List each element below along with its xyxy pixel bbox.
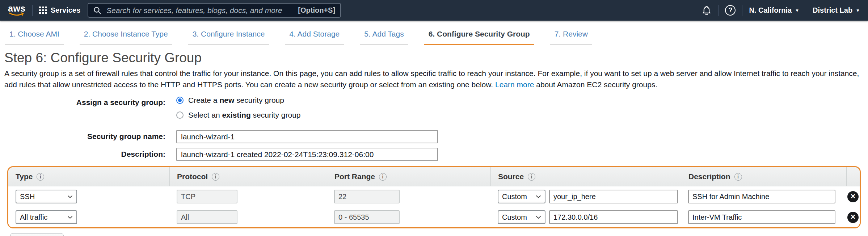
- column-header-port-range: Port Range i: [327, 167, 490, 186]
- radio-existing-label: Select an existing security group: [188, 111, 301, 119]
- help-button[interactable]: ?: [725, 5, 736, 16]
- rule-source-mode-select[interactable]: Custom: [498, 210, 545, 224]
- info-icon[interactable]: i: [37, 173, 44, 181]
- tab-choose-instance-type[interactable]: 2. Choose Instance Type: [80, 30, 172, 45]
- account-label: District Lab: [813, 6, 852, 14]
- tab-configure-security-group[interactable]: 6. Configure Security Group: [424, 30, 534, 45]
- security-group-description-label: Description:: [4, 148, 165, 159]
- info-icon[interactable]: i: [379, 173, 387, 181]
- rule-protocol-field: TCP: [177, 190, 237, 203]
- rule-description-input[interactable]: [688, 210, 835, 224]
- assign-security-group-row: Assign a security group: Create a new se…: [4, 96, 864, 126]
- region-label: N. California: [749, 6, 792, 14]
- radio-selected-icon[interactable]: [176, 97, 184, 104]
- tab-choose-ami[interactable]: 1. Choose AMI: [5, 30, 64, 45]
- security-group-name-label: Security group name:: [4, 130, 165, 141]
- rule-protocol-field: All: [177, 210, 237, 224]
- rule-description-input[interactable]: [688, 190, 835, 203]
- info-icon[interactable]: i: [212, 173, 219, 181]
- security-group-name-input[interactable]: [176, 130, 438, 143]
- rules-table-header: Type i Protocol i Port Range i Source i …: [8, 167, 860, 186]
- delete-rule-button[interactable]: ×: [847, 191, 859, 202]
- aws-logo-text: aws: [8, 4, 26, 12]
- description-lead: A security group is a set of firewall ru…: [4, 69, 859, 89]
- delete-rule-button[interactable]: ×: [847, 212, 859, 223]
- close-icon: ×: [851, 192, 855, 201]
- tab-review[interactable]: 7. Review: [550, 30, 592, 45]
- console-top-bar: aws Services [Option+S] ?: [0, 0, 868, 21]
- rule-port-range-field: 22: [334, 190, 400, 203]
- global-search-box[interactable]: [Option+S]: [88, 3, 341, 18]
- services-grid-icon: [39, 7, 47, 14]
- security-rules-table-highlight: Type i Protocol i Port Range i Source i …: [7, 166, 861, 228]
- radio-unselected-icon[interactable]: [176, 111, 184, 119]
- wizard-step-tabs: 1. Choose AMI 2. Choose Instance Type 3.…: [0, 21, 868, 45]
- topbar-divider: [742, 5, 742, 16]
- search-shortcut-hint: [Option+S]: [298, 6, 335, 14]
- topbar-right-group: ? N. California ▼ District Lab ▼: [701, 5, 860, 16]
- close-icon: ×: [851, 213, 855, 221]
- tab-add-tags[interactable]: 5. Add Tags: [360, 30, 408, 45]
- tab-configure-instance[interactable]: 3. Configure Instance: [188, 30, 269, 45]
- chevron-down-icon: [67, 216, 73, 219]
- column-header-source: Source i: [490, 167, 681, 186]
- column-header-description: Description i: [681, 167, 846, 186]
- services-menu-button[interactable]: Services: [39, 6, 80, 14]
- chevron-down-icon: ▼: [856, 8, 860, 13]
- radio-create-label: Create a new security group: [188, 96, 284, 105]
- chevron-down-icon: ▼: [795, 8, 799, 13]
- rule-type-select[interactable]: SSH: [16, 190, 77, 203]
- column-header-protocol: Protocol i: [169, 167, 327, 186]
- radio-option-select-existing[interactable]: Select an existing security group: [176, 111, 301, 119]
- add-rule-button[interactable]: Add Rule: [10, 233, 64, 236]
- rule-source-input[interactable]: [549, 210, 678, 224]
- chevron-down-icon: [536, 195, 541, 198]
- assign-security-group-label: Assign a security group:: [4, 96, 165, 107]
- description-tail: about Amazon EC2 security groups.: [534, 80, 657, 89]
- learn-more-link[interactable]: Learn more: [495, 80, 534, 89]
- aws-smile-icon: [9, 12, 25, 16]
- chevron-down-icon: [67, 195, 73, 198]
- topbar-divider: [806, 5, 806, 16]
- rule-row-ssh: SSH TCP 22 Custom: [8, 186, 860, 207]
- notifications-button[interactable]: [701, 5, 712, 16]
- tab-add-storage[interactable]: 4. Add Storage: [285, 30, 344, 45]
- page-title: Step 6: Configure Security Group: [4, 50, 864, 66]
- aws-logo[interactable]: aws: [8, 4, 26, 16]
- chevron-down-icon: [536, 216, 541, 219]
- security-group-description-input[interactable]: [176, 148, 438, 161]
- rule-source-mode-select[interactable]: Custom: [498, 190, 545, 203]
- bell-icon: [701, 5, 712, 16]
- rule-type-select[interactable]: All traffic: [16, 210, 77, 224]
- column-header-actions: [846, 167, 860, 186]
- page-description: A security group is a set of firewall ru…: [4, 68, 863, 90]
- security-group-name-row: Security group name:: [4, 130, 864, 143]
- account-menu[interactable]: District Lab ▼: [813, 6, 860, 14]
- topbar-divider: [718, 5, 719, 16]
- security-group-description-row: Description:: [4, 148, 864, 161]
- info-icon[interactable]: i: [528, 173, 535, 181]
- topbar-divider: [32, 5, 33, 16]
- help-icon: ?: [725, 5, 736, 16]
- services-label: Services: [51, 6, 80, 14]
- radio-option-create-new[interactable]: Create a new security group: [176, 96, 301, 105]
- security-group-form: Assign a security group: Create a new se…: [4, 96, 864, 161]
- main-content: Step 6: Configure Security Group A secur…: [0, 50, 868, 236]
- rule-row-all-traffic: All traffic All 0 - 65535 Custom: [8, 207, 860, 227]
- search-input[interactable]: [106, 6, 298, 15]
- rule-port-range-field: 0 - 65535: [334, 210, 400, 224]
- info-icon[interactable]: i: [734, 173, 742, 181]
- column-header-type: Type i: [8, 167, 169, 186]
- search-icon: [93, 7, 101, 14]
- region-selector[interactable]: N. California ▼: [749, 6, 799, 14]
- rule-source-input[interactable]: [549, 190, 678, 203]
